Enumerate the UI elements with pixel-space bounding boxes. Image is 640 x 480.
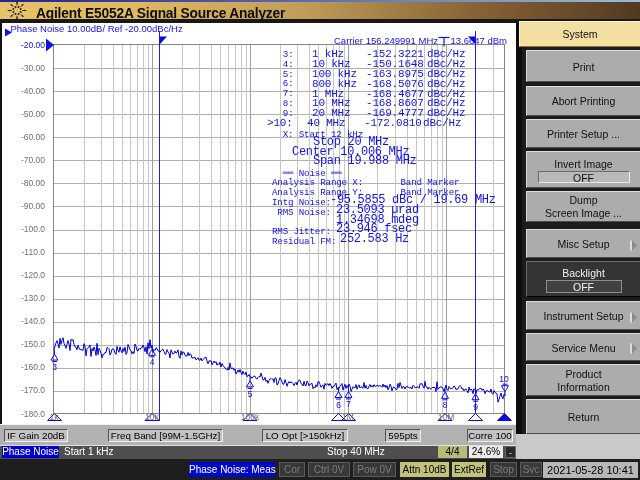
svg-text:4: 4 — [150, 357, 155, 367]
svg-text:7: 7 — [346, 399, 351, 409]
svg-text:10: 10 — [499, 374, 509, 384]
svg-text:5: 5 — [248, 389, 253, 399]
svg-text:3: 3 — [52, 362, 57, 372]
svg-text:6: 6 — [336, 400, 341, 410]
svg-text:9: 9 — [473, 402, 478, 412]
svg-text:8: 8 — [443, 400, 448, 410]
